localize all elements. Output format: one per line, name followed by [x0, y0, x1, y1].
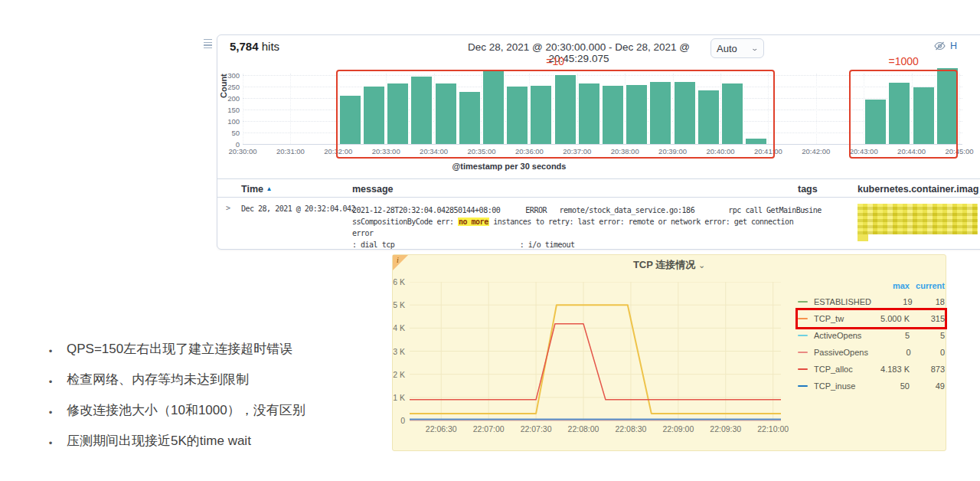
legend-series-name: TCP_inuse — [814, 381, 865, 391]
legend-max-value: 5 — [865, 331, 910, 340]
x-tick-label: 22:07:00 — [464, 424, 513, 434]
chevron-down-icon: ⌄ — [698, 260, 705, 270]
y-tick-label: 250 — [217, 83, 240, 91]
legend-color-dash — [798, 301, 808, 303]
column-header-time[interactable]: Time ▲ — [241, 184, 272, 195]
tcp-legend: max current ESTABLISHED1918TCP_tw5.000 K… — [798, 278, 945, 394]
bullet-icon: • — [34, 372, 67, 390]
y-tick-label: 6 K — [379, 277, 405, 286]
legend-row-ESTABLISHED[interactable]: ESTABLISHED1918 — [798, 293, 945, 310]
legend-color-dash — [798, 352, 808, 354]
gridline — [290, 74, 291, 144]
gridline — [243, 74, 243, 144]
legend-max-value: 5.000 K — [865, 314, 910, 323]
legend-color-dash — [798, 335, 808, 337]
redacted-ip-segment — [495, 241, 518, 249]
highlighted-term: no more — [458, 218, 489, 226]
row-expand-toggle[interactable]: > — [226, 204, 230, 212]
message-line-1: 2021-12-28T20:32:04.042850144+08:00 ERRO… — [352, 205, 802, 216]
x-tick-label: 20:30:00 — [220, 147, 266, 155]
note-text: 压测期间出现接近5K的time wait — [67, 434, 251, 451]
hits-value: 5,784 — [230, 40, 259, 53]
redacted-ip-segment — [462, 241, 492, 249]
y-tick-label: 1 K — [379, 393, 405, 402]
legend-current-value: 0 — [911, 348, 945, 357]
y-tick-label: 300 — [217, 71, 240, 80]
notes-list: •QPS=150左右出现了建立连接超时错误•检查网络、内存等均未达到限制•修改连… — [34, 342, 379, 464]
message-line-3: : dial tcp : i/o timeout — [352, 239, 802, 250]
table-header-divider — [217, 197, 980, 198]
x-tick-label: 22:09:00 — [654, 424, 703, 434]
x-tick-label: 20:31:00 — [267, 147, 313, 155]
legend-max-value: 50 — [865, 381, 910, 391]
redacted-ip-segment — [423, 241, 459, 249]
legend-row-ActiveOpens[interactable]: ActiveOpens55 — [798, 327, 945, 344]
legend-row-TCP_alloc[interactable]: TCP_alloc4.183 K873 — [798, 361, 945, 378]
x-tick-label: 22:10:00 — [749, 424, 798, 434]
hide-chart-button[interactable]: H — [934, 41, 957, 51]
note-item: •修改连接池大小（10和1000），没有区别 — [34, 403, 379, 420]
legend-series-name: TCP_alloc — [814, 365, 865, 374]
note-item: •QPS=150左右出现了建立连接超时错误 — [34, 342, 379, 359]
legend-current-header: current — [910, 281, 945, 290]
bullet-icon: • — [34, 342, 67, 359]
x-tick-label: 22:08:30 — [606, 424, 655, 434]
hide-chart-label: H — [950, 41, 957, 51]
annotation-box — [336, 70, 775, 159]
hits-count: 5,784 hits — [230, 40, 279, 53]
note-item: •压测期间出现接近5K的time wait — [34, 434, 379, 451]
legend-row-TCP_inuse[interactable]: TCP_inuse5049 — [798, 378, 945, 394]
legend-max-header: max — [865, 281, 910, 290]
note-text: 修改连接池大小（10和1000），没有区别 — [67, 403, 305, 420]
note-text: QPS=150左右出现了建立连接超时错误 — [67, 342, 292, 359]
row-time-cell: Dec 28, 2021 @ 20:32:04.042 — [241, 205, 355, 213]
y-tick-label: 5 K — [379, 300, 405, 309]
column-header-message[interactable]: message — [352, 184, 394, 195]
y-tick-label: 0 — [379, 416, 405, 425]
redacted-image-value-tab — [858, 234, 868, 241]
legend-current-value: 18 — [913, 297, 945, 306]
legend-current-value: 315 — [910, 314, 945, 323]
row-message-cell: 2021-12-28T20:32:04.042850144+08:00 ERRO… — [352, 205, 802, 250]
legend-row-TCP_tw[interactable]: TCP_tw5.000 K315 — [798, 310, 945, 327]
y-tick-label: 2 K — [379, 370, 405, 379]
interval-selected-value: Auto — [717, 43, 737, 54]
chevron-down-icon: ⌄ — [751, 44, 760, 52]
y-tick-label: 4 K — [379, 323, 405, 332]
legend-series-name: TCP_tw — [814, 314, 865, 323]
drag-handle-icon[interactable] — [204, 39, 212, 48]
hits-label: hits — [262, 40, 279, 53]
column-header-k8s-image[interactable]: kubernetes.container.imag — [858, 184, 980, 195]
legend-max-value: 19 — [871, 297, 913, 306]
y-tick-label: 150 — [217, 106, 240, 114]
x-tick-label: 22:09:30 — [701, 424, 750, 434]
redacted-image-value — [858, 204, 978, 234]
y-tick-label: 50 — [217, 129, 240, 137]
legend-series-name: ESTABLISHED — [814, 297, 871, 306]
annotation-label: =1000 — [873, 55, 934, 67]
column-header-tags[interactable]: tags — [798, 184, 818, 195]
histogram-x-axis-title: @timestamp per 30 seconds — [448, 162, 570, 171]
gridline — [816, 74, 817, 144]
note-text: 检查网络、内存等均未达到限制 — [67, 372, 249, 390]
legend-row-PassiveOpens[interactable]: PassiveOpens00 — [798, 344, 945, 361]
legend-max-value: 4.183 K — [865, 365, 910, 374]
legend-color-dash — [798, 385, 808, 388]
y-tick-label: 100 — [217, 117, 240, 126]
y-tick-label: 200 — [217, 94, 240, 103]
legend-header: max current — [798, 278, 945, 293]
note-item: •检查网络、内存等均未达到限制 — [34, 372, 379, 390]
annotation-label: =10 — [524, 55, 586, 67]
table-top-divider — [217, 178, 980, 179]
x-tick-label: 20:42:00 — [793, 147, 839, 155]
panel-title-dropdown[interactable]: TCP 连接情况 ⌄ — [392, 258, 946, 272]
legend-max-value: 0 — [868, 348, 911, 357]
legend-series-name: ActiveOpens — [814, 331, 865, 340]
gridline — [959, 74, 960, 144]
tcp-line-chart — [410, 282, 781, 421]
x-tick-label: 22:06:30 — [416, 424, 466, 434]
legend-series-name: PassiveOpens — [814, 348, 868, 357]
redacted-ip-segment — [400, 241, 420, 249]
legend-current-value: 5 — [910, 331, 945, 340]
interval-select[interactable]: Auto ⌄ — [710, 38, 764, 58]
